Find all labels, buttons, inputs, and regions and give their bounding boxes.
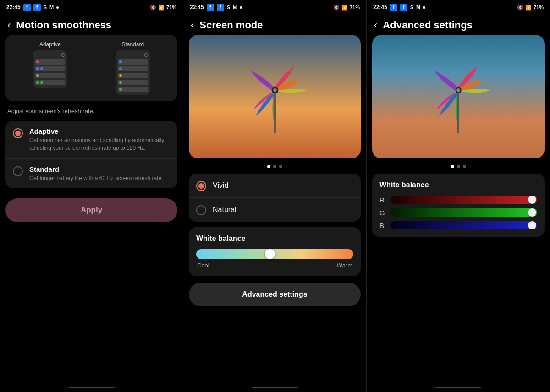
adaptive-preview-label: Adaptive bbox=[39, 41, 61, 48]
r-channel-row: R bbox=[380, 196, 537, 204]
dot4 bbox=[36, 74, 39, 77]
carousel-dot-2 bbox=[273, 165, 276, 168]
battery-pct-3: 71% bbox=[534, 5, 544, 10]
pinwheel-svg-3 bbox=[424, 58, 493, 136]
vivid-radio-fill bbox=[198, 183, 204, 189]
r-thumb[interactable] bbox=[528, 196, 536, 204]
wb-thumb[interactable] bbox=[265, 249, 275, 259]
standard-text: Standard Get longer battery life with a … bbox=[29, 165, 163, 182]
standard-desc: Get longer battery life with a 60 Hz scr… bbox=[29, 174, 163, 182]
dot3 bbox=[40, 67, 43, 70]
m-icon-1: M bbox=[50, 5, 54, 10]
svg-rect-3 bbox=[274, 93, 276, 134]
page-title-2: Screen mode bbox=[199, 19, 263, 31]
sdot1 bbox=[119, 60, 122, 63]
wb-track[interactable] bbox=[196, 249, 353, 259]
r-slider[interactable] bbox=[390, 196, 537, 204]
status-bar-1: 22:45 f f S M 🔇 📶 71% bbox=[0, 0, 183, 15]
m-icon-3: M bbox=[416, 5, 420, 10]
preview-section: Adaptive Standard bbox=[6, 35, 177, 101]
status-right-3: 🔇 📶 71% bbox=[517, 5, 544, 11]
sdot4 bbox=[119, 81, 122, 84]
status-left-1: 22:45 f f S M bbox=[6, 4, 59, 11]
g-thumb[interactable] bbox=[528, 208, 536, 217]
sdot5 bbox=[119, 88, 122, 91]
options-group: Adaptive Get smoother animations and scr… bbox=[6, 121, 177, 188]
home-indicator-1 bbox=[69, 387, 115, 388]
rgb-section: White balance R G B bbox=[372, 174, 544, 237]
time-1: 22:45 bbox=[6, 4, 21, 11]
apply-button[interactable]: Apply bbox=[6, 198, 177, 222]
standard-title: Standard bbox=[29, 165, 163, 173]
b-slider[interactable] bbox=[390, 221, 537, 229]
status-right-1: 🔇 📶 71% bbox=[150, 5, 176, 11]
advanced-settings-label: Advanced settings bbox=[242, 290, 307, 299]
adaptive-text: Adaptive Get smoother animations and scr… bbox=[29, 127, 170, 152]
mute-icon-2: 🔇 bbox=[333, 5, 340, 11]
cool-label: Cool bbox=[197, 262, 209, 269]
dot1 bbox=[36, 60, 39, 63]
white-balance-title: White balance bbox=[196, 234, 353, 243]
time-2: 22:45 bbox=[190, 4, 204, 11]
standard-phone-mockup bbox=[116, 50, 150, 95]
natural-radio[interactable] bbox=[196, 205, 206, 215]
back-button-1[interactable]: ‹ bbox=[7, 19, 11, 31]
natural-mode-item[interactable]: Natural bbox=[189, 198, 361, 222]
vivid-label: Vivid bbox=[213, 181, 228, 190]
header-2: ‹ Screen mode bbox=[183, 15, 366, 35]
row3 bbox=[35, 73, 65, 78]
header-1: ‹ Motion smoothness bbox=[0, 15, 183, 35]
row1 bbox=[35, 59, 65, 65]
refresh-desc: Adjust your screen's refresh rate. bbox=[0, 101, 183, 118]
adaptive-phone-mockup bbox=[33, 50, 67, 88]
adaptive-desc: Get smoother animations and scrolling by… bbox=[29, 136, 170, 152]
facebook-icon-1: f bbox=[23, 4, 31, 11]
page-title-3: Advanced settings bbox=[383, 19, 473, 31]
facebook2-icon-1: f bbox=[33, 4, 41, 11]
home-indicator-3 bbox=[435, 387, 481, 388]
status-bar-3: 22:45 f f S M 🔇 📶 71% bbox=[367, 0, 550, 15]
status-left-3: 22:45 f f S M bbox=[373, 4, 425, 11]
carousel-dot-3 bbox=[279, 165, 282, 168]
row2 bbox=[35, 66, 65, 71]
natural-label: Natural bbox=[213, 206, 236, 214]
adaptive-preview: Adaptive bbox=[11, 41, 89, 95]
dot6 bbox=[40, 81, 43, 84]
sdot3 bbox=[119, 74, 122, 77]
s-icon-2: S bbox=[227, 5, 230, 10]
mute-icon-3: 🔇 bbox=[517, 5, 523, 11]
signal-icon-1: 📶 bbox=[158, 5, 165, 11]
status-bar-2: 22:45 f f S M 🔇 📶 71% bbox=[183, 0, 366, 15]
white-balance-slider[interactable] bbox=[196, 249, 353, 259]
standard-radio[interactable] bbox=[13, 166, 23, 176]
dot5 bbox=[36, 81, 39, 84]
warm-label: Warm bbox=[337, 262, 352, 269]
svg-point-5 bbox=[456, 88, 460, 92]
back-button-2[interactable]: ‹ bbox=[191, 19, 194, 31]
screen-preview-image bbox=[189, 35, 361, 158]
vivid-mode-item[interactable]: Vivid bbox=[189, 174, 361, 198]
adaptive-radio[interactable] bbox=[13, 128, 23, 138]
status-dot-2 bbox=[240, 6, 242, 9]
white-balance-title-3: White balance bbox=[380, 181, 537, 189]
g-slider[interactable] bbox=[390, 208, 537, 217]
standard-preview: Standard bbox=[94, 41, 172, 95]
srow5 bbox=[118, 87, 148, 92]
adaptive-option[interactable]: Adaptive Get smoother animations and scr… bbox=[6, 121, 177, 159]
battery-pct-2: 71% bbox=[350, 5, 360, 10]
back-button-3[interactable]: ‹ bbox=[374, 19, 377, 31]
b-thumb[interactable] bbox=[528, 221, 536, 229]
g-channel-row: G bbox=[380, 208, 537, 217]
battery-pct-1: 71% bbox=[166, 5, 176, 10]
facebook-icon-3: f bbox=[390, 4, 397, 11]
sdot2 bbox=[119, 67, 122, 70]
search-icon-p1b bbox=[144, 53, 148, 57]
svg-point-2 bbox=[273, 88, 277, 92]
standard-option[interactable]: Standard Get longer battery life with a … bbox=[6, 159, 177, 189]
pinwheel-svg bbox=[241, 58, 309, 136]
advanced-settings-button[interactable]: Advanced settings bbox=[189, 283, 361, 306]
carousel-dot3-3 bbox=[463, 165, 466, 168]
vivid-radio[interactable] bbox=[196, 181, 206, 191]
srow3 bbox=[118, 73, 148, 78]
status-left-2: 22:45 f f S M bbox=[190, 4, 242, 11]
